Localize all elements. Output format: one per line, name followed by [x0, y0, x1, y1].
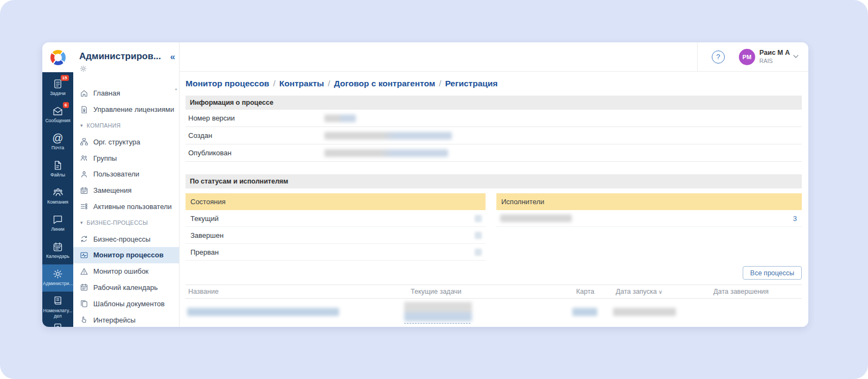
sidebar-section-business-processes[interactable]: ▾ БИЗНЕС-ПРОЦЕССЫ	[73, 214, 179, 231]
redacted-map-link[interactable]	[572, 308, 597, 316]
redacted-value	[324, 149, 448, 157]
app-window: 15 Задачи 6 Сообщения @ Почта Файлы	[42, 42, 808, 327]
sidebar-collapse-button[interactable]: «	[170, 52, 175, 62]
sidebar-item-org-structure[interactable]: Орг. структура	[73, 134, 179, 150]
rail-item-label: Номенклату... дел	[43, 308, 73, 319]
rail-item-label: Сообщения	[45, 118, 70, 123]
breadcrumb-registration[interactable]: Регистрация	[445, 79, 497, 88]
table-header: Название Текущие задачи Карта Дата запус…	[186, 285, 802, 299]
breadcrumb-separator: /	[435, 79, 445, 88]
admin-gear-icon	[52, 268, 64, 280]
rail-item-administration[interactable]: Администри...	[42, 264, 73, 292]
business-process-icon	[79, 235, 88, 244]
sidebar-item-label: Бизнес-процессы	[93, 235, 150, 243]
sidebar-item-interfaces[interactable]: Интерфейсы	[73, 312, 179, 327]
sidebar-item-active-users[interactable]: Активные пользователи	[73, 199, 179, 215]
redacted-current-tasks[interactable]	[404, 302, 472, 321]
rail-item-label: Файлы	[50, 172, 65, 178]
sidebar-menu: Главная Управление лицензиями ▾ КОМПАНИЯ…	[73, 85, 179, 327]
license-icon	[79, 105, 88, 114]
module-rail: 15 Задачи 6 Сообщения @ Почта Файлы	[42, 72, 73, 327]
chevron-down-icon: ▾	[80, 123, 83, 128]
elma-logo-icon	[50, 50, 66, 65]
nomenclature-book-icon	[52, 295, 64, 307]
column-header-start-date[interactable]: Дата запуска∨	[616, 288, 662, 295]
user-menu[interactable]: PM Раис М А RAIS	[739, 49, 799, 65]
user-icon	[79, 169, 88, 179]
rail-item-files[interactable]: Файлы	[42, 156, 73, 183]
sidebar-item-label: Рабочий календарь	[93, 283, 158, 292]
redacted-count	[475, 215, 482, 222]
rail-item-company[interactable]: Компания	[42, 183, 73, 210]
rail-item-tasks[interactable]: 15 Задачи	[42, 74, 73, 102]
column-header-map[interactable]: Карта	[576, 288, 594, 295]
sidebar-item-groups[interactable]: Группы	[73, 150, 179, 166]
executor-count-link[interactable]: 3	[793, 214, 797, 223]
redacted-value	[324, 132, 452, 140]
org-structure-icon	[79, 137, 88, 147]
redacted-start-date	[613, 308, 676, 316]
help-button[interactable]: ?	[712, 50, 725, 64]
process-info-header: Информация о процессе	[186, 96, 802, 110]
states-header: Состояния	[186, 193, 486, 210]
sidebar-section-company[interactable]: ▾ КОМПАНИЯ	[73, 118, 179, 134]
breadcrumb-separator: /	[269, 79, 279, 88]
sidebar-item-home[interactable]: Главная	[73, 85, 179, 102]
home-icon	[79, 89, 88, 98]
column-header-name[interactable]: Название	[188, 288, 219, 295]
status-columns: Состояния Текущий Завершен Прерван	[186, 193, 802, 261]
info-row-label: Опубликован	[188, 149, 232, 157]
rail-item-label: Линии	[51, 226, 65, 232]
rail-item-lines[interactable]: Линии	[42, 210, 73, 237]
sidebar-item-label: Пользователи	[93, 170, 139, 178]
rail-item-messages[interactable]: 6 Сообщения	[42, 102, 73, 129]
app-logo[interactable]	[42, 42, 73, 72]
rail-item-mail[interactable]: @ Почта	[42, 129, 73, 156]
state-row-current[interactable]: Текущий	[186, 210, 486, 227]
rail-item-calendar[interactable]: Календарь	[42, 237, 73, 264]
state-row-interrupted[interactable]: Прерван	[186, 244, 486, 261]
table-row	[186, 299, 802, 326]
sidebar-item-process-monitor[interactable]: Монитор процессов	[73, 247, 179, 263]
redacted-process-name-link[interactable]	[187, 308, 339, 316]
rail-item-nomenclature[interactable]: Номенклату... дел	[42, 292, 73, 319]
column-header-end-date[interactable]: Дата завершения	[713, 288, 769, 295]
sidebar-item-error-monitor[interactable]: Монитор ошибок	[73, 263, 179, 280]
error-monitor-icon	[79, 267, 88, 276]
substitutions-calendar-icon	[79, 186, 88, 195]
state-label: Прерван	[190, 248, 219, 256]
messages-badge: 6	[63, 102, 68, 108]
sidebar-item-label: Орг. структура	[93, 138, 141, 146]
breadcrumb-process-monitor[interactable]: Монитор процессов	[186, 79, 269, 88]
rail-item-label: Компания	[47, 199, 68, 205]
chevron-down-icon: ▾	[80, 220, 83, 225]
rail-item-label: Задачи	[50, 91, 66, 96]
column-header-current-tasks[interactable]: Текущие задачи	[411, 288, 462, 295]
sidebar-title: Администриров...	[79, 51, 165, 62]
rail-item-contacts[interactable]	[42, 319, 73, 327]
user-org: RAIS	[760, 58, 790, 65]
sidebar-item-users[interactable]: Пользователи	[73, 166, 179, 182]
redacted-count	[475, 232, 482, 239]
state-label: Завершен	[190, 231, 224, 239]
breadcrumb-contract-with-counterparty[interactable]: Договор с контрагентом	[334, 79, 436, 88]
state-row-completed[interactable]: Завершен	[186, 227, 486, 244]
executors-column: Исполнители 3	[496, 193, 802, 261]
sidebar-section-label: КОМПАНИЯ	[87, 122, 121, 129]
topbar-divider	[697, 42, 698, 71]
states-column: Состояния Текущий Завершен Прерван	[186, 193, 486, 261]
sidebar-item-license-management[interactable]: Управление лицензиями	[73, 102, 179, 118]
breadcrumb-contracts[interactable]: Контракты	[279, 79, 324, 88]
sidebar-item-label: Шаблоны документов	[93, 300, 164, 308]
mail-at-icon: @	[52, 132, 64, 144]
sidebar-item-business-processes[interactable]: Бизнес-процессы	[73, 231, 179, 247]
dashed-link-underline	[404, 323, 470, 324]
messages-icon: 6	[52, 105, 64, 117]
sidebar-item-substitutions[interactable]: Замещения	[73, 182, 179, 199]
sidebar-item-doc-templates[interactable]: Шаблоны документов	[73, 295, 179, 312]
table-actions: Все процессы	[186, 266, 802, 280]
sidebar-item-work-calendar[interactable]: Рабочий календарь	[73, 280, 179, 296]
sidebar-settings-gear-icon[interactable]	[79, 65, 87, 75]
all-processes-button[interactable]: Все процессы	[743, 266, 802, 280]
contacts-icon	[52, 322, 64, 327]
